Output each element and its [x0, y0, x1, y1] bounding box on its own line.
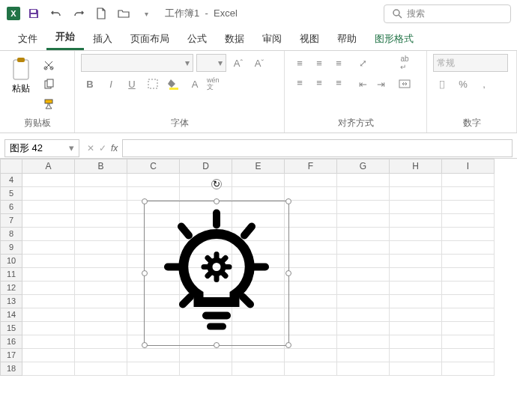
open-folder-icon[interactable] [114, 4, 133, 23]
cell[interactable] [442, 322, 495, 335]
align-middle-icon[interactable]: ≡ [310, 54, 328, 72]
cell[interactable] [337, 281, 390, 295]
cell[interactable] [22, 362, 75, 376]
cell[interactable] [337, 241, 390, 255]
cell[interactable] [22, 281, 75, 295]
cell[interactable] [285, 241, 337, 255]
cell[interactable] [22, 349, 75, 362]
cell[interactable] [442, 281, 495, 295]
resize-handle-w[interactable] [142, 270, 148, 276]
col-header[interactable]: E [232, 159, 285, 174]
tab-shape-format[interactable]: 图形格式 [366, 28, 423, 50]
paste-button[interactable]: 粘贴 [6, 54, 36, 98]
cell[interactable] [232, 187, 285, 201]
row-header[interactable]: 15 [0, 322, 22, 335]
qat-customize-icon[interactable]: ▾ [136, 4, 156, 23]
cell[interactable] [442, 174, 495, 187]
number-format-combo[interactable]: 常规 [433, 54, 508, 72]
cell[interactable] [442, 187, 495, 201]
resize-handle-nw[interactable] [142, 198, 148, 204]
row-header[interactable]: 9 [0, 241, 22, 255]
cancel-icon[interactable]: ✕ [87, 143, 94, 153]
cell[interactable] [285, 268, 337, 281]
cell[interactable] [22, 335, 75, 349]
orientation-icon[interactable]: ⤢ [354, 54, 372, 72]
cell[interactable] [22, 214, 75, 228]
copy-icon[interactable] [40, 76, 57, 93]
row-header[interactable]: 14 [0, 308, 22, 322]
cell[interactable] [442, 295, 495, 308]
underline-button[interactable]: U [123, 75, 141, 93]
comma-icon[interactable]: , [475, 75, 493, 93]
cell[interactable] [337, 322, 390, 335]
tab-formula[interactable]: 公式 [178, 28, 216, 50]
cell[interactable] [232, 174, 285, 187]
cell[interactable] [22, 308, 75, 322]
cell[interactable] [75, 201, 127, 214]
resize-handle-e[interactable] [285, 270, 291, 276]
lightbulb-gear-icon[interactable] [160, 209, 273, 338]
cell[interactable] [390, 322, 442, 335]
spreadsheet-grid[interactable]: A B C D E F G H I 4567891011121314151617… [0, 159, 517, 376]
select-all-corner[interactable] [0, 159, 22, 174]
row-header[interactable]: 5 [0, 187, 22, 201]
col-header[interactable]: A [22, 159, 75, 174]
cell[interactable] [285, 322, 337, 335]
font-color-button[interactable]: A [186, 75, 204, 93]
cell[interactable] [337, 174, 390, 187]
cell[interactable] [22, 241, 75, 255]
tab-data[interactable]: 数据 [216, 28, 253, 50]
col-header[interactable]: D [180, 159, 232, 174]
tab-help[interactable]: 帮助 [328, 28, 366, 50]
cell[interactable] [285, 174, 337, 187]
row-header[interactable]: 10 [0, 255, 22, 268]
cell[interactable] [390, 281, 442, 295]
align-bottom-icon[interactable]: ≡ [330, 54, 348, 72]
cell[interactable] [390, 187, 442, 201]
col-header[interactable]: F [285, 159, 337, 174]
cut-icon[interactable] [40, 57, 57, 73]
cell[interactable] [390, 228, 442, 241]
row-header[interactable]: 8 [0, 228, 22, 241]
col-header[interactable]: H [390, 159, 442, 174]
cell[interactable] [22, 228, 75, 241]
cell[interactable] [337, 295, 390, 308]
redo-icon[interactable] [69, 4, 88, 23]
cell[interactable] [75, 268, 127, 281]
cell[interactable] [285, 281, 337, 295]
cell[interactable] [442, 214, 495, 228]
cell[interactable] [337, 308, 390, 322]
phonetic-button[interactable]: wén 文 [207, 75, 225, 93]
cell[interactable] [337, 214, 390, 228]
cell[interactable] [390, 335, 442, 349]
cell[interactable] [285, 295, 337, 308]
cell[interactable] [285, 255, 337, 268]
cell[interactable] [232, 362, 285, 376]
col-header[interactable]: I [442, 159, 495, 174]
merge-cells-icon[interactable] [396, 75, 414, 93]
align-left-icon[interactable]: ≡ [291, 73, 309, 91]
cell[interactable] [442, 241, 495, 255]
cell[interactable] [390, 241, 442, 255]
cell[interactable] [75, 362, 127, 376]
cell[interactable] [337, 268, 390, 281]
cell[interactable] [75, 295, 127, 308]
fill-color-button[interactable] [165, 75, 183, 93]
cell[interactable] [127, 187, 180, 201]
cell[interactable] [390, 295, 442, 308]
resize-handle-sw[interactable] [142, 342, 148, 348]
cell[interactable] [442, 308, 495, 322]
enter-icon[interactable]: ✓ [99, 143, 106, 153]
cell[interactable] [22, 268, 75, 281]
row-header[interactable]: 13 [0, 295, 22, 308]
search-box[interactable]: 搜索 [384, 4, 511, 23]
format-painter-icon[interactable] [40, 96, 57, 112]
cell[interactable] [75, 228, 127, 241]
align-top-icon[interactable]: ≡ [291, 54, 309, 72]
cell[interactable] [180, 187, 232, 201]
cell[interactable] [75, 322, 127, 335]
cell[interactable] [390, 255, 442, 268]
cell[interactable] [285, 308, 337, 322]
wrap-text-icon[interactable]: ab↵ [396, 54, 414, 72]
tab-insert[interactable]: 插入 [84, 28, 121, 50]
